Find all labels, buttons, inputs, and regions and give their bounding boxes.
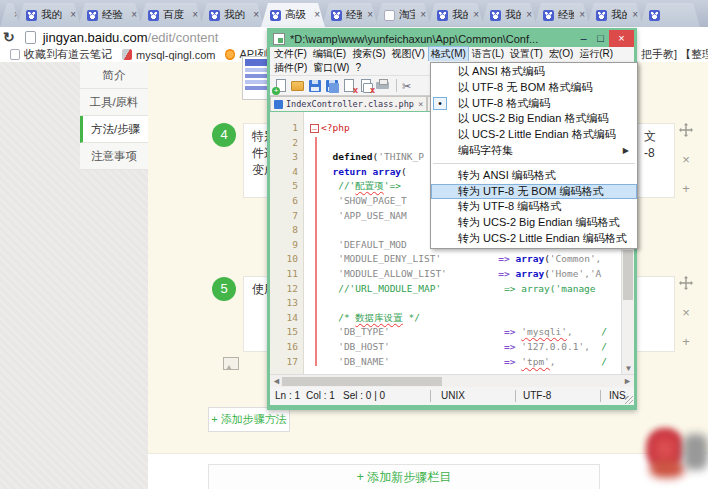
address-bar[interactable]: jingyan.baidu.com/edit/content (43, 30, 219, 45)
browser-tab-我的[interactable]: 我的× (17, 3, 81, 27)
tab-close-icon[interactable]: × (65, 10, 76, 20)
browser-tab-我的[interactable]: 我的× (428, 3, 484, 27)
browser-tab-淘宝[interactable]: 淘宝× (375, 3, 431, 27)
tab-label: 我的 (224, 8, 245, 22)
reload-icon[interactable]: ↻ (3, 30, 15, 44)
delete-step-icon[interactable]: × (677, 152, 695, 168)
sidebar-item-工具/原料[interactable]: 工具/原料 (80, 89, 148, 116)
menu-搜索(S)[interactable]: 搜索(S) (350, 47, 387, 61)
paw-favicon (490, 10, 501, 21)
tab-close-icon[interactable]: × (574, 10, 585, 20)
menu-item-转为 ANSI 编码格式[interactable]: 转为 ANSI 编码格式 (431, 168, 637, 184)
menu-视图(V)[interactable]: 视图(V) (389, 47, 426, 61)
close-doc-icon[interactable]: x (342, 79, 357, 93)
menu-宏(O)[interactable]: 宏(O) (547, 47, 575, 61)
menu-编辑(E)[interactable]: 编辑(E) (311, 47, 348, 61)
menu-格式(M)[interactable]: 格式(M) (429, 47, 468, 61)
move-step-icon[interactable] (677, 276, 695, 292)
code-line-12: 12 //'URL_MODULE_MAP' => array('manage (270, 282, 634, 297)
sidebar-item-简介[interactable]: 简介 (80, 62, 148, 89)
code-line-11: 11 'MODULE_ALLOW_LIST' => array('Home','… (270, 267, 634, 282)
browser-tab-经验[interactable]: 经验× (78, 3, 142, 27)
new-file-icon[interactable]: + (274, 79, 289, 93)
window-title-bar[interactable]: *D:\wamp\www\yunfeichaxun\App\Common\Con… (270, 30, 634, 47)
paw-favicon (26, 10, 37, 21)
tab-label: 我的 (452, 8, 468, 22)
save-all-icon[interactable] (325, 79, 340, 93)
menu-item-转为 UTF-8 编码格式[interactable]: 转为 UTF-8 编码格式 (431, 199, 637, 215)
status-encoding: UTF-8 (523, 387, 551, 405)
code-line-15: 15 'DB_TYPE' => 'mysqli', / (270, 325, 634, 340)
menu-item-转为 UCS-2 Little Endian 编码格式[interactable]: 转为 UCS-2 Little Endian 编码格式 (431, 231, 637, 247)
step-number-4: 4 (212, 123, 236, 147)
menu-item-以 ANSI 格式编码[interactable]: 以 ANSI 格式编码 (431, 64, 637, 80)
browser-tab-我的[interactable]: 我的× (200, 3, 264, 27)
paw-favicon (437, 10, 448, 21)
tab-close-icon[interactable]: × (187, 10, 198, 20)
bookmark-收藏到有道云笔记[interactable]: 收藏到有道云笔记 (10, 47, 112, 62)
code-line-16: 16 'DB_HOST' => '127.0.0.1', / (270, 340, 634, 355)
tab-close-icon[interactable]: × (248, 10, 259, 20)
menu-item-编码字符集[interactable]: 编码字符集▶ (431, 143, 637, 159)
page-icon (25, 31, 36, 44)
add-step-button[interactable]: + 添加步骤方法 (208, 407, 290, 432)
minimize-button[interactable]: – (575, 30, 592, 47)
print-icon[interactable] (376, 79, 391, 93)
menu-?[interactable]: ? (353, 61, 363, 75)
open-folder-icon[interactable] (291, 79, 306, 93)
browser-tab-高级[interactable]: 高级× (261, 3, 325, 27)
tab-close-icon[interactable]: × (126, 10, 137, 20)
menu-语言(L)[interactable]: 语言(L) (470, 47, 506, 61)
app-icon (273, 33, 285, 45)
tab-close-icon[interactable]: × (362, 10, 373, 20)
bookmark-mysql-qingl.com[interactable]: mysql-qingl.com (122, 49, 215, 61)
tab-close-icon[interactable]: × (309, 10, 320, 20)
close-button[interactable]: × (609, 30, 634, 47)
resize-grip[interactable] (625, 396, 633, 404)
menu-item-以 UCS-2 Little Endian 格式编码[interactable]: 以 UCS-2 Little Endian 格式编码 (431, 127, 637, 143)
menu-运行(R)[interactable]: 运行(R) (577, 47, 615, 61)
close-all-icon[interactable]: x (359, 79, 374, 93)
delete-step-icon[interactable]: × (677, 305, 695, 321)
menu-item-转为 UCS-2 Big Endian 编码格式[interactable]: 转为 UCS-2 Big Endian 编码格式 (431, 215, 637, 231)
menu-item-以 UTF-8 格式编码[interactable]: 以 UTF-8 格式编码• (431, 96, 637, 112)
bookmark-right-fragment[interactable]: 把手教] 【整理— (641, 47, 708, 62)
format-encoding-menu: 以 ANSI 格式编码以 UTF-8 无 BOM 格式编码以 UTF-8 格式编… (430, 62, 638, 249)
menu-设置(T)[interactable]: 设置(T) (508, 47, 545, 61)
browser-tab-经验[interactable]: 经验× (534, 3, 590, 27)
sidebar-item-注意事项[interactable]: 注意事项 (80, 143, 148, 170)
tab-close-icon[interactable]: × (521, 10, 532, 20)
add-step-icon[interactable]: + (677, 181, 695, 197)
insert-image-icon[interactable] (223, 357, 239, 370)
tab-close-icon[interactable]: × (468, 10, 479, 20)
browser-tab-经验[interactable]: 经验× (322, 3, 378, 27)
browser-tab-我的[interactable]: 我的× (481, 3, 537, 27)
cut-icon[interactable]: ✂ (402, 79, 417, 93)
sidebar-nav: 简介工具/原料方法/步骤注意事项 (80, 62, 148, 170)
menu-item-以 UCS-2 Big Endian 格式编码[interactable]: 以 UCS-2 Big Endian 格式编码 (431, 111, 637, 127)
menu-文件(F)[interactable]: 文件(F) (272, 47, 309, 61)
menu-item-转为 UTF-8 无 BOM 编码格式[interactable]: 转为 UTF-8 无 BOM 编码格式 (431, 184, 637, 200)
tab-label: 经验 (558, 8, 574, 22)
tab-close-icon[interactable]: × (627, 10, 638, 20)
browser-tab-12[interactable] (640, 3, 700, 27)
browser-tab-百度[interactable]: 百度× (139, 3, 203, 27)
add-section-button[interactable]: + 添加新步骤栏目 (208, 464, 600, 489)
move-step-icon[interactable] (677, 123, 695, 139)
horizontal-scrollbar[interactable]: ◄ ► (270, 374, 634, 387)
menu-窗口(W)[interactable]: 窗口(W) (311, 61, 351, 75)
menu-item-以 UTF-8 无 BOM 格式编码[interactable]: 以 UTF-8 无 BOM 格式编码 (431, 80, 637, 96)
sidebar-item-方法/步骤[interactable]: 方法/步骤 (80, 116, 148, 143)
tab-close-icon[interactable]: × (9, 10, 20, 20)
maximize-button[interactable]: □ (592, 30, 609, 47)
browser-tab-0[interactable]: × (0, 3, 20, 27)
doc-tab-label: IndexController.class.php (286, 99, 414, 109)
doc-tab-close-icon[interactable]: × (418, 99, 423, 109)
browser-tab-我的[interactable]: 我的× (587, 3, 643, 27)
step-number-5: 5 (212, 277, 236, 301)
doc-tab-active[interactable]: IndexController.class.php × (270, 96, 427, 111)
menu-插件(P)[interactable]: 插件(P) (272, 61, 309, 75)
add-step-icon[interactable]: + (677, 334, 695, 350)
tab-close-icon[interactable]: × (415, 10, 426, 20)
save-icon[interactable] (308, 79, 323, 93)
